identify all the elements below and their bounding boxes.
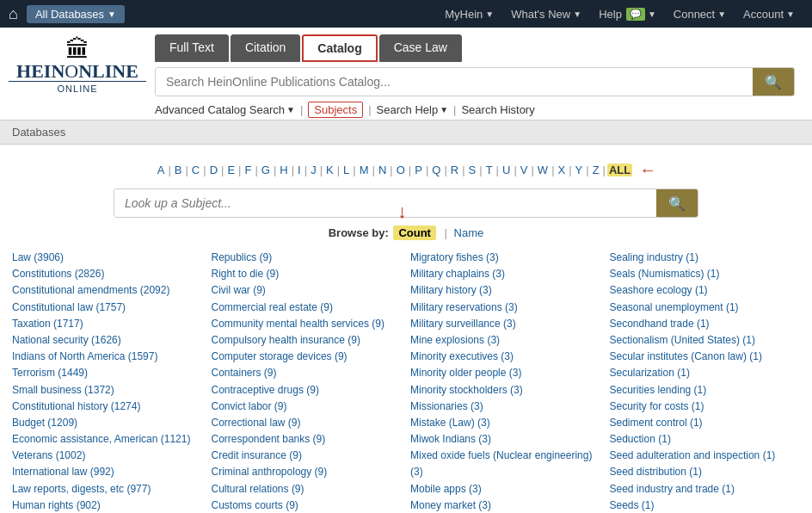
list-item[interactable]: Constitutional history (1274) (12, 399, 203, 415)
alpha-u[interactable]: U (501, 164, 512, 176)
list-item[interactable]: Minority older people (3) (410, 365, 601, 381)
list-item[interactable]: National security (1626) (12, 332, 203, 349)
list-item[interactable]: Civil war (9) (212, 282, 403, 299)
list-item[interactable]: Correctional law (9) (212, 415, 403, 431)
list-item[interactable]: Correspondent banks (9) (212, 431, 403, 448)
list-item[interactable]: Small business (1372) (12, 382, 203, 399)
whats-new-link[interactable]: What's New ▼ (502, 0, 590, 28)
list-item[interactable]: Secularization (1) (610, 365, 801, 381)
alpha-x[interactable]: X (557, 164, 568, 176)
list-item[interactable]: International law (992) (12, 464, 203, 480)
connect-link[interactable]: Connect ▼ (665, 0, 735, 28)
alpha-m[interactable]: M (358, 164, 371, 176)
list-item[interactable]: Money market (3) (410, 498, 601, 513)
list-item[interactable]: Migratory fishes (3) (410, 250, 601, 266)
list-item[interactable]: Securities lending (1) (610, 382, 801, 399)
tab-citation[interactable]: Citation (231, 34, 300, 62)
list-item[interactable]: Seed distribution (1) (610, 464, 801, 480)
alpha-y[interactable]: Y (574, 164, 585, 176)
list-item[interactable]: Seduction (1) (610, 431, 801, 448)
myhein-link[interactable]: MyHein ▼ (436, 0, 502, 28)
alpha-all[interactable]: ALL (607, 164, 632, 176)
list-item[interactable]: Containers (9) (212, 365, 403, 381)
help-link[interactable]: Help 💬 ▼ (590, 0, 665, 28)
alpha-h[interactable]: H (278, 164, 289, 176)
catalog-search-input[interactable] (156, 68, 753, 96)
list-item[interactable]: Constitutional amendments (2092) (12, 282, 203, 299)
list-item[interactable]: Mobile apps (3) (410, 481, 601, 498)
alpha-b[interactable]: B (173, 164, 184, 176)
alpha-d[interactable]: D (208, 164, 219, 176)
list-item[interactable]: Law (3906) (12, 250, 203, 266)
subject-search-input[interactable] (114, 189, 656, 217)
alpha-r[interactable]: R (449, 164, 460, 176)
list-item[interactable]: Mistake (Law) (3) (410, 415, 601, 431)
tab-fulltext[interactable]: Full Text (155, 34, 229, 62)
alpha-q[interactable]: Q (430, 164, 442, 176)
list-item[interactable]: Compulsory health insurance (9) (212, 332, 403, 349)
list-item[interactable]: Seasonal unemployment (1) (610, 300, 801, 316)
alpha-e[interactable]: E (225, 164, 237, 176)
list-item[interactable]: Convict labor (9) (212, 399, 403, 415)
subjects-link[interactable]: Subjects (308, 102, 363, 118)
list-item[interactable]: Customs courts (9) (212, 498, 403, 513)
alpha-k[interactable]: K (324, 164, 335, 176)
list-item[interactable]: Contraceptive drugs (9) (212, 382, 403, 399)
alpha-t[interactable]: T (484, 164, 495, 176)
list-item[interactable]: Military surveillance (3) (410, 316, 601, 332)
list-item[interactable]: Sectionalism (United States) (1) (610, 332, 801, 349)
list-item[interactable]: Secular institutes (Canon law) (1) (610, 349, 801, 365)
list-item[interactable]: Commercial real estate (9) (212, 300, 403, 316)
alpha-f[interactable]: F (243, 164, 253, 176)
browse-by-count-button[interactable]: Count (393, 226, 436, 240)
list-item[interactable]: Veterans (1002) (12, 448, 203, 464)
alpha-p[interactable]: P (413, 164, 424, 176)
list-item[interactable]: Constitutions (2826) (12, 266, 203, 282)
list-item[interactable]: Indians of North America (1597) (12, 349, 203, 365)
alpha-g[interactable]: G (260, 164, 272, 176)
alpha-n[interactable]: N (377, 164, 388, 176)
list-item[interactable]: Computer storage devices (9) (212, 349, 403, 365)
list-item[interactable]: Law reports, digests, etc (977) (12, 481, 203, 498)
list-item[interactable]: Military history (3) (410, 282, 601, 299)
list-item[interactable]: Cultural relations (9) (212, 481, 403, 498)
alpha-z[interactable]: Z (591, 164, 601, 176)
list-item[interactable]: Seashore ecology (1) (610, 282, 801, 299)
alpha-l[interactable]: L (341, 164, 351, 176)
list-item[interactable]: Right to die (9) (212, 266, 403, 282)
list-item[interactable]: Minority stockholders (3) (410, 382, 601, 399)
list-item[interactable]: Secondhand trade (1) (610, 316, 801, 332)
list-item[interactable]: Miwok Indians (3) (410, 431, 601, 448)
alpha-j[interactable]: J (309, 164, 318, 176)
list-item[interactable]: Seeds (1) (610, 498, 801, 513)
account-link[interactable]: Account ▼ (735, 0, 803, 28)
alpha-s[interactable]: S (467, 164, 478, 176)
list-item[interactable]: Human rights (902) (12, 498, 203, 513)
alpha-c[interactable]: C (190, 164, 201, 176)
browse-by-name-link[interactable]: Name (454, 226, 484, 239)
tab-catalog[interactable]: Catalog (302, 34, 377, 62)
list-item[interactable]: Seed industry and trade (1) (610, 481, 801, 498)
list-item[interactable]: Criminal anthropology (9) (212, 464, 403, 480)
search-help-link[interactable]: Search Help ▼ (377, 103, 448, 116)
list-item[interactable]: Seals (Numismatics) (1) (610, 266, 801, 282)
list-item[interactable]: Credit insurance (9) (212, 448, 403, 464)
list-item[interactable]: Missionaries (3) (410, 399, 601, 415)
list-item[interactable]: Minority executives (3) (410, 349, 601, 365)
list-item[interactable]: Economic assistance, American (1121) (12, 431, 203, 448)
alpha-o[interactable]: O (395, 164, 407, 176)
alpha-i[interactable]: I (296, 164, 303, 176)
list-item[interactable]: Republics (9) (212, 250, 403, 266)
list-item[interactable]: Constitutional law (1757) (12, 300, 203, 316)
list-item[interactable]: Military reservations (3) (410, 300, 601, 316)
subject-search-button[interactable]: 🔍 (656, 189, 698, 217)
catalog-search-button[interactable]: 🔍 (753, 68, 794, 96)
list-item[interactable]: Seed adulteration and inspection (1) (610, 448, 801, 464)
alpha-w[interactable]: W (536, 164, 550, 176)
list-item[interactable]: Mixed oxide fuels (Nuclear engineering) … (410, 448, 601, 480)
search-history-link[interactable]: Search History (461, 103, 534, 116)
list-item[interactable]: Mine explosions (3) (410, 332, 601, 349)
list-item[interactable]: Sediment control (1) (610, 415, 801, 431)
tab-caselaw[interactable]: Case Law (379, 34, 462, 62)
alpha-v[interactable]: V (519, 164, 530, 176)
